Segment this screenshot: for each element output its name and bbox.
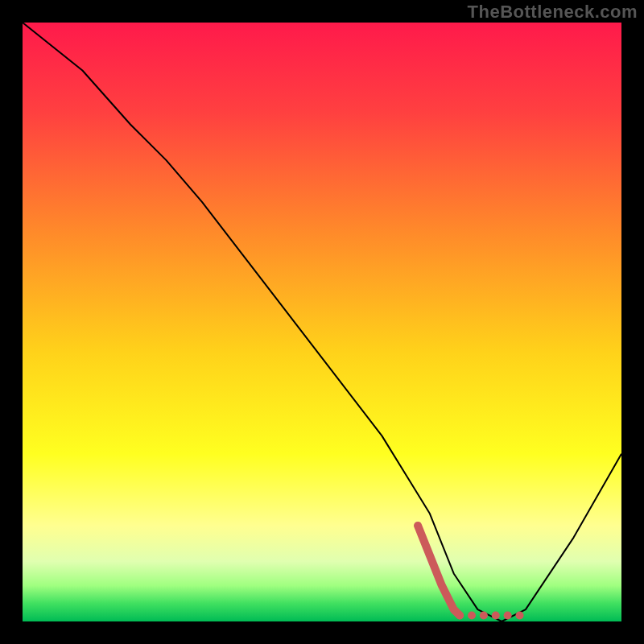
- marker-dot: [468, 612, 476, 620]
- gradient-background: [23, 23, 621, 621]
- chart-frame: TheBottleneck.com: [0, 0, 644, 644]
- marker-dot: [504, 612, 512, 620]
- chart-svg: [23, 23, 621, 621]
- marker-dot: [480, 612, 488, 620]
- marker-dot: [492, 612, 500, 620]
- watermark-text: TheBottleneck.com: [468, 2, 638, 23]
- plot-area: [23, 23, 621, 621]
- marker-dot: [456, 612, 464, 620]
- marker-dot: [516, 612, 524, 620]
